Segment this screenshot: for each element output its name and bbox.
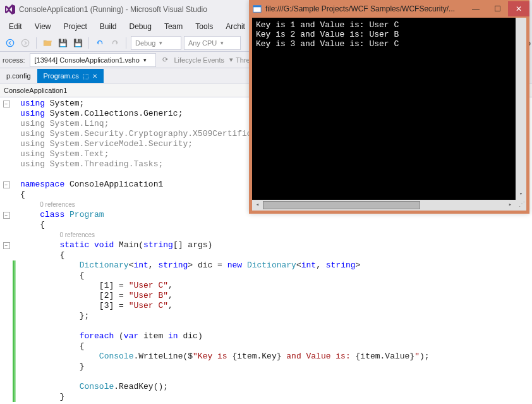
resize-grip-icon[interactable]: ⋰ [516, 200, 526, 211]
scroll-thumb[interactable] [263, 201, 420, 209]
separator [36, 37, 37, 49]
tab-config[interactable]: p.config [0, 69, 37, 83]
tab-program[interactable]: Program.cs ⬚ ✕ [37, 69, 104, 83]
fold-icon[interactable]: − [3, 101, 10, 107]
menu-debug[interactable]: Debug [123, 20, 158, 33]
horizontal-scrollbar[interactable]: ◂ ▸ [252, 200, 516, 211]
menu-project[interactable]: Project [57, 20, 93, 33]
svg-rect-3 [253, 6, 261, 8]
redo-icon[interactable] [109, 37, 121, 49]
undo-icon[interactable] [94, 37, 106, 49]
save-icon[interactable]: 💾 [56, 37, 69, 49]
close-icon[interactable]: ✕ [92, 73, 97, 80]
app-icon [253, 4, 262, 13]
lifecycle-chevron-icon[interactable]: ▾ [229, 56, 233, 64]
fold-icon[interactable]: − [3, 242, 10, 249]
console-output[interactable]: Key is 1 and Value is: User C Key is 2 a… [252, 18, 526, 211]
codelens-ref[interactable]: 0 references [40, 201, 75, 208]
console-title-bar[interactable]: file:///G:/Sample Projects/WCF Samples/W… [249, 0, 529, 18]
close-button[interactable]: ✕ [508, 1, 529, 16]
lifecycle-label[interactable]: Lifecycle Events [174, 56, 224, 64]
separator [88, 37, 89, 49]
process-combo[interactable]: [13944] ConsoleApplication1.vsho [30, 53, 156, 67]
menu-view[interactable]: View [28, 20, 57, 33]
scroll-left-icon[interactable]: ◂ [252, 200, 263, 210]
menu-tools[interactable]: Tools [189, 20, 219, 33]
cycle-icon[interactable]: ⟳ [159, 54, 171, 66]
vs-icon [5, 4, 15, 15]
scope-dropdown[interactable]: ConsoleApplication1 [4, 87, 67, 94]
vertical-scrollbar[interactable]: ▴ ▾ [516, 18, 526, 200]
menu-edit[interactable]: Edit [3, 20, 28, 33]
solution-platform-combo[interactable]: Any CPU [184, 36, 241, 50]
scroll-down-icon[interactable]: ▾ [516, 189, 526, 200]
codelens-ref[interactable]: 0 references [59, 231, 95, 238]
scroll-right-icon[interactable]: ▸ [505, 200, 516, 210]
window-title: ConsoleApplication1 (Running) - Microsof… [19, 5, 207, 14]
save-all-icon[interactable]: 💾 [71, 37, 84, 49]
minimize-button[interactable]: — [465, 1, 487, 16]
menu-archit[interactable]: Archit [219, 20, 251, 33]
solution-config-combo[interactable]: Debug [131, 36, 181, 50]
svg-point-1 [21, 39, 28, 46]
fold-icon[interactable]: − [3, 181, 10, 188]
thread-label: Thre [236, 56, 250, 64]
menu-team[interactable]: Team [158, 20, 189, 33]
menu-build[interactable]: Build [94, 20, 123, 33]
open-file-icon[interactable] [41, 37, 54, 49]
nav-back-button[interactable] [4, 37, 16, 49]
nav-fwd-button[interactable] [19, 37, 32, 49]
pin-icon[interactable]: ⬚ [83, 73, 88, 80]
separator [126, 37, 126, 49]
process-label: rocess: [3, 56, 25, 64]
tab-program-label: Program.cs [44, 72, 79, 80]
fold-icon[interactable]: − [3, 212, 10, 219]
console-window[interactable]: file:///G:/Sample Projects/WCF Samples/W… [249, 0, 529, 214]
maximize-button[interactable]: ☐ [487, 1, 508, 16]
console-title: file:///G:/Sample Projects/WCF Samples/W… [265, 4, 465, 13]
svg-point-0 [6, 39, 13, 46]
